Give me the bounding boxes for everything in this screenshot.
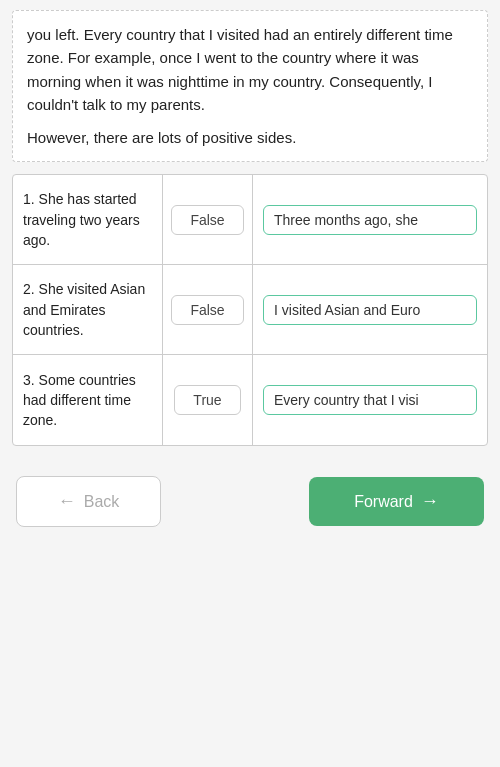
passage-paragraph2: However, there are lots of positive side…	[27, 126, 473, 149]
statement-3: 3. Some countries had different time zon…	[13, 355, 163, 445]
badge-3: True	[174, 385, 240, 415]
answer-1: Three months ago, she	[263, 205, 477, 235]
badge-cell-1: False	[163, 175, 253, 264]
badge-2: False	[171, 295, 243, 325]
badge-cell-2: False	[163, 265, 253, 354]
badge-cell-3: True	[163, 355, 253, 445]
forward-arrow-icon: →	[421, 491, 439, 512]
answer-cell-2: I visited Asian and Euro	[253, 265, 487, 354]
badge-1: False	[171, 205, 243, 235]
answer-3: Every country that I visi	[263, 385, 477, 415]
answer-cell-3: Every country that I visi	[253, 355, 487, 445]
table-row: 2. She visited Asian and Emirates countr…	[13, 265, 487, 355]
bottom-nav: ← Back Forward →	[16, 476, 484, 527]
back-button[interactable]: ← Back	[16, 476, 161, 527]
table-row: 3. Some countries had different time zon…	[13, 355, 487, 445]
table-row: 1. She has started traveling two years a…	[13, 175, 487, 265]
answer-2: I visited Asian and Euro	[263, 295, 477, 325]
quiz-table: 1. She has started traveling two years a…	[12, 174, 488, 446]
forward-button[interactable]: Forward →	[309, 477, 484, 526]
answer-cell-1: Three months ago, she	[253, 175, 487, 264]
statement-2: 2. She visited Asian and Emirates countr…	[13, 265, 163, 354]
back-label: Back	[84, 493, 120, 511]
statement-1: 1. She has started traveling two years a…	[13, 175, 163, 264]
forward-label: Forward	[354, 493, 413, 511]
passage-paragraph1: you left. Every country that I visited h…	[27, 23, 473, 116]
back-arrow-icon: ←	[58, 491, 76, 512]
passage-box: you left. Every country that I visited h…	[12, 10, 488, 162]
